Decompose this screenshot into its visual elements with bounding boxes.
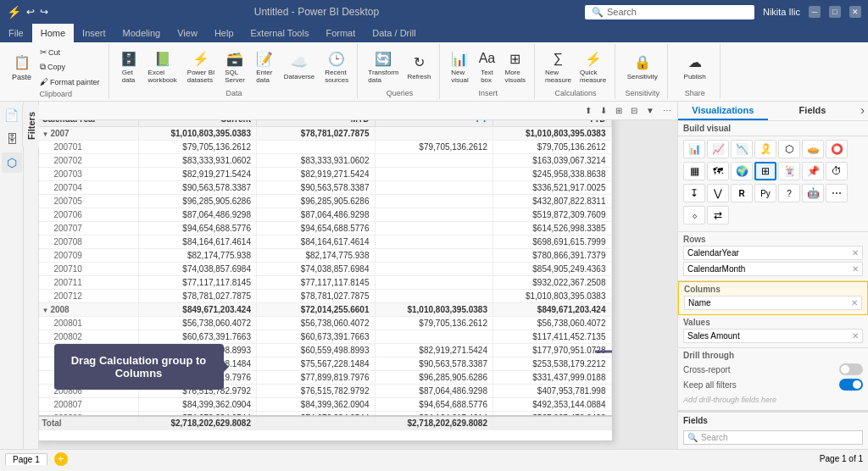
filter-more-icon[interactable]: ⋯ (660, 105, 674, 116)
dataverse-button[interactable]: ☁️ Dataverse (281, 52, 318, 82)
columns-field-name[interactable]: Name ✕ (684, 296, 862, 310)
user-name: Nikita Ilic (763, 7, 800, 17)
viz-icon-line[interactable]: 📈 (707, 140, 729, 158)
tab-data-drill[interactable]: Data / Drill (364, 24, 424, 42)
close-btn[interactable]: ✕ (849, 6, 861, 18)
window-title: Untitled - Power BI Desktop (254, 6, 379, 18)
cell-ytd: $177,970,951.0728 (493, 344, 612, 357)
sensitivity-button[interactable]: 🔒 Sensitivity (624, 52, 661, 82)
viz-icon-extra1[interactable]: ⬦ (683, 206, 705, 224)
report-icon[interactable]: 📄 (2, 105, 22, 125)
remove-calendaryear-btn[interactable]: ✕ (852, 248, 859, 258)
viz-icon-extra2[interactable]: ⇄ (707, 206, 729, 224)
quick-measure-button[interactable]: ⚡ Quickmeasure (576, 47, 609, 86)
data-icon[interactable]: 🗄 (2, 129, 22, 149)
viz-icon-gauge[interactable]: ⏱ (826, 162, 848, 180)
cell-year: 200712 (39, 290, 139, 302)
viz-icon-kpi[interactable]: 📌 (802, 162, 824, 180)
tab-external-tools[interactable]: External Tools (242, 24, 318, 42)
remove-calendarmonth-btn[interactable]: ✕ (852, 264, 859, 274)
publish-button[interactable]: ☁ Publish (681, 52, 709, 82)
filter-funnel-icon[interactable]: ▼ (643, 105, 657, 116)
cell-year: 200702 (39, 154, 139, 167)
cell-current: $78,781,027.7875 (139, 290, 258, 302)
values-field-sales[interactable]: Sales Amount ✕ (683, 329, 863, 343)
sql-button[interactable]: 🗃️ SQLServer (221, 47, 248, 86)
viz-icon-funnel[interactable]: ⋁ (707, 184, 729, 202)
viz-icon-donut[interactable]: ⭕ (826, 140, 848, 158)
viz-icon-more[interactable]: ⋯ (826, 184, 848, 202)
fields-search[interactable]: 🔍 Search (683, 430, 863, 445)
viz-icon-waterfall[interactable]: ↧ (683, 184, 705, 202)
viz-icon-treemap[interactable]: ▦ (683, 162, 705, 180)
tab-help[interactable]: Help (206, 24, 242, 42)
more-visuals-button[interactable]: ⊞ Morevisuals (501, 47, 528, 86)
filter-expand-icon[interactable]: ⊞ (613, 105, 625, 116)
minimize-btn[interactable]: ─ (809, 6, 821, 18)
cut-button[interactable]: ✂ Cut (36, 46, 103, 58)
model-icon[interactable]: ⬡ (2, 152, 22, 173)
fields-panel-title: Fields (683, 416, 863, 425)
add-page-btn[interactable]: + (54, 452, 68, 466)
rows-field-calendaryear[interactable]: CalendarYear ✕ (683, 246, 863, 260)
tab-insert[interactable]: Insert (74, 24, 114, 42)
table-visual[interactable]: CalendarYear Current MTD PY YTD ▼2007 $1… (39, 120, 613, 441)
transform-data-button[interactable]: 🔄 Transformdata (364, 47, 402, 86)
viz-icon-area[interactable]: 📉 (731, 140, 753, 158)
cell-ytd: $932,022,367.2508 (493, 276, 612, 289)
paste-button[interactable]: 📋 Paste (8, 52, 35, 83)
viz-icon-pie[interactable]: 🥧 (802, 140, 824, 158)
recent-sources-button[interactable]: 🕒 Recentsources (321, 47, 352, 86)
page-tab-1[interactable]: Page 1 (5, 453, 47, 465)
viz-icon-ai[interactable]: 🤖 (802, 184, 824, 202)
cell-current: $74,038,857.6984 (139, 263, 258, 275)
search-bar[interactable]: 🔍 Search (585, 5, 754, 19)
viz-icon-matrix[interactable]: ⊞ (754, 162, 776, 180)
viz-icon-scatter[interactable]: ⬡ (778, 140, 800, 158)
refresh-button[interactable]: ↻ Refresh (403, 52, 434, 82)
filter-sort-asc-icon[interactable]: ⬆ (582, 105, 594, 116)
tab-modeling[interactable]: Modeling (114, 24, 170, 42)
cross-report-toggle[interactable] (839, 363, 863, 375)
redo-btn[interactable]: ↪ (40, 6, 48, 18)
excel-button[interactable]: 📗 Excelworkbook (145, 47, 181, 86)
table-row: 200708 $84,164,617.4614 $84,164,617.4614… (39, 236, 612, 249)
remove-sales-btn[interactable]: ✕ (852, 331, 859, 341)
collapse-panel-btn[interactable]: › (857, 102, 868, 120)
enter-data-button[interactable]: 📝 Enterdata (252, 47, 277, 86)
viz-icon-qna[interactable]: ? (778, 184, 800, 202)
undo-btn[interactable]: ↩ (26, 6, 35, 18)
viz-icon-ribbon[interactable]: 🎗️ (754, 140, 776, 158)
tab-view[interactable]: View (169, 24, 206, 42)
powerbi-datasets-button[interactable]: ⚡ Power BIdatasets (184, 47, 218, 86)
tab-fields[interactable]: Fields (768, 102, 858, 120)
tab-file[interactable]: File (0, 24, 32, 42)
tab-format[interactable]: Format (317, 24, 364, 42)
get-data-button[interactable]: 🗄️ Getdata (116, 47, 142, 86)
copy-button[interactable]: ⧉ Copy (36, 60, 103, 74)
table-row: 200707 $94,654,688.5776 $94,654,688.5776… (39, 222, 612, 236)
drill-through-label: Drill through (683, 351, 863, 360)
restore-btn[interactable]: □ (829, 6, 841, 18)
viz-icon-map[interactable]: 🗺 (707, 162, 729, 180)
recent-icon: 🕒 (327, 49, 346, 68)
filter-collapse-icon[interactable]: ⊟ (628, 105, 640, 116)
filter-sort-desc-icon[interactable]: ⬇ (598, 105, 609, 116)
text-box-button[interactable]: Aa Textbox (474, 47, 499, 86)
cell-py (376, 208, 494, 221)
viz-icon-python[interactable]: Py (754, 184, 776, 202)
tab-home[interactable]: Home (32, 24, 74, 42)
viz-icon-r[interactable]: R (731, 184, 753, 202)
viz-icon-bar[interactable]: 📊 (683, 140, 705, 158)
cell-mtd: $87,064,486.9298 (257, 208, 376, 221)
remove-name-btn[interactable]: ✕ (851, 298, 858, 308)
new-visual-button[interactable]: 📊 Newvisual (447, 47, 472, 86)
viz-icon-card[interactable]: 🃏 (778, 162, 800, 180)
format-painter-button[interactable]: 🖌 Format painter (36, 75, 103, 88)
keep-all-filters-toggle[interactable] (839, 379, 863, 391)
viz-icon-filled-map[interactable]: 🌍 (731, 162, 753, 180)
new-measure-button[interactable]: ∑ Newmeasure (542, 47, 575, 86)
rows-field-calendarmonth[interactable]: CalendarMonth ✕ (683, 262, 863, 276)
tab-visualizations[interactable]: Visualizations (678, 102, 768, 120)
filters-label[interactable]: Filters (22, 105, 40, 147)
